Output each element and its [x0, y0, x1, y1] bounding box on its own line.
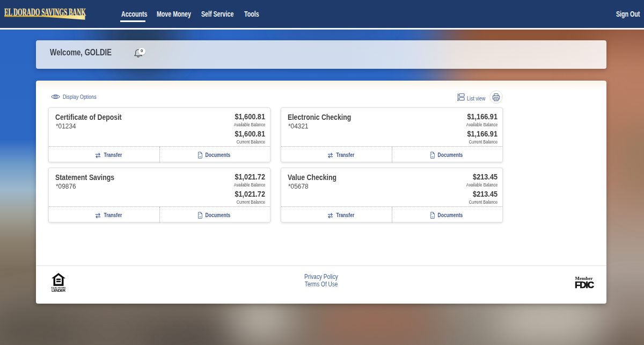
svg-text:LENDER: LENDER [52, 289, 65, 292]
